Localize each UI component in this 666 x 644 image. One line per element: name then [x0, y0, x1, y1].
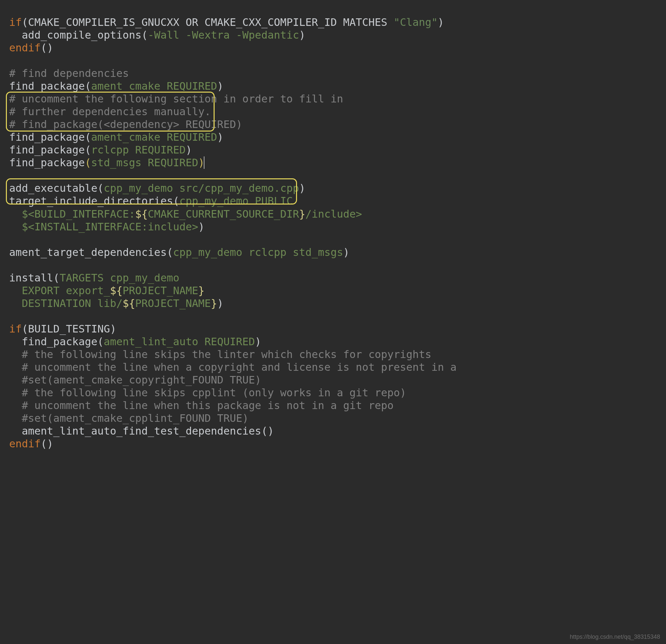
args: -Wall -Wextra -Wpedantic [148, 29, 299, 41]
code-block: if(CMAKE_COMPILER_IS_GNUCXX OR CMAKE_CXX… [0, 0, 666, 454]
args: ament_cmake REQUIRED [91, 131, 217, 143]
genexpr: /include> [305, 208, 362, 220]
matched-paren: ( [85, 156, 91, 169]
varname: PROJECT_NAME [123, 284, 198, 297]
paren: ) [255, 335, 261, 348]
keyword-endif: endif [9, 41, 40, 54]
args: std_msgs REQUIRED [91, 156, 198, 169]
comment: # the following line skips cpplint (only… [9, 386, 406, 399]
comment: # further dependencies manually. [9, 105, 211, 118]
genexpr: $<BUILD_INTERFACE: [9, 208, 135, 220]
paren: ) [198, 221, 205, 233]
comment: # the following line skips the linter wh… [9, 348, 432, 361]
genexpr: $<INSTALL_INTERFACE:include> [9, 221, 198, 233]
fn-call: target_include_directories( [9, 195, 179, 207]
string: "Clang" [393, 16, 438, 29]
var-close: } [299, 208, 305, 220]
install-arg: DESTINATION lib/ [9, 297, 123, 310]
paren: ) [186, 144, 192, 156]
cond: (BUILD_TESTING) [22, 323, 117, 335]
keyword-if: if [9, 16, 22, 29]
comment: # uncomment the line when this package i… [9, 399, 393, 412]
args: ament_lint_auto REQUIRED [104, 335, 255, 348]
paren: ) [438, 16, 444, 29]
text-cursor [204, 156, 205, 169]
comment: # uncomment the following section in ord… [9, 93, 343, 105]
var-open: ${ [135, 208, 148, 220]
varname: PROJECT_NAME [135, 297, 211, 310]
keyword-if: if [9, 323, 22, 335]
install-arg: EXPORT export_ [9, 284, 110, 297]
comment: #set(ament_cmake_copyright_FOUND TRUE) [9, 374, 261, 386]
fn-call: add_executable( [9, 182, 104, 194]
var-close: } [198, 284, 205, 297]
comment: # uncomment the line when a copyright an… [9, 361, 457, 373]
paren: () [40, 437, 53, 450]
keyword-endif: endif [9, 437, 40, 450]
var-open: ${ [123, 297, 136, 310]
cond: (CMAKE_COMPILER_IS_GNUCXX OR CMAKE_CXX_C… [22, 16, 394, 29]
var-close: } [211, 297, 217, 310]
args: cpp_my_demo src/cpp_my_demo.cpp [104, 182, 299, 194]
paren: ) [299, 182, 305, 194]
paren: () [40, 41, 53, 54]
fn-call: find_package( [9, 144, 91, 156]
comment: # find_package(<dependency> REQUIRED) [9, 118, 242, 130]
var-open: ${ [110, 284, 123, 297]
args: rclcpp REQUIRED [91, 144, 186, 156]
fn-call: add_compile_options( [9, 29, 148, 41]
fn-call: ament_lint_auto_find_test_dependencies() [9, 425, 274, 437]
fn-call: find_package( [9, 335, 104, 348]
paren: ) [217, 297, 224, 310]
comment: #set(ament_cmake_cpplint_FOUND TRUE) [9, 412, 249, 424]
varname: CMAKE_CURRENT_SOURCE_DIR [148, 208, 299, 220]
comment: # find dependencies [9, 67, 129, 80]
args: TARGETS cpp_my_demo [59, 272, 179, 284]
fn-call: install( [9, 272, 59, 284]
paren: ) [343, 246, 349, 259]
fn-call: find_package( [9, 80, 91, 92]
args: cpp_my_demo PUBLIC [179, 195, 293, 207]
args: ament_cmake REQUIRED [91, 80, 217, 92]
paren: ) [299, 29, 305, 41]
paren: ) [217, 80, 224, 92]
fn-call: find_package( [9, 131, 91, 143]
args: cpp_my_demo rclcpp std_msgs [173, 246, 343, 259]
paren: ) [217, 131, 224, 143]
fn-call: ament_target_dependencies( [9, 246, 173, 259]
fn-call: find_package [9, 156, 85, 169]
